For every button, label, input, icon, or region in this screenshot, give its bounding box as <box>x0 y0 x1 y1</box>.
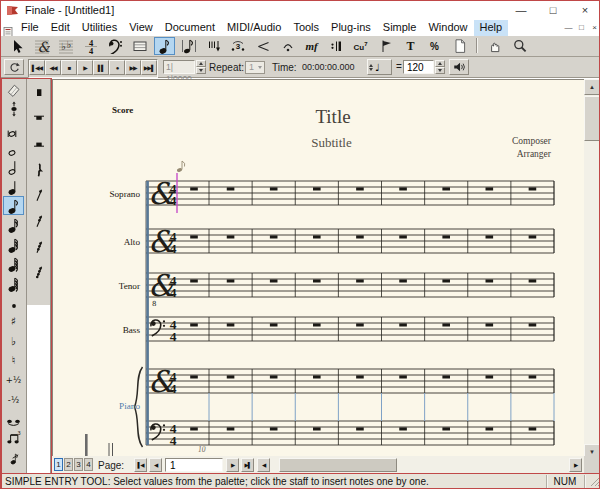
time-signature-tool[interactable]: 44 <box>80 37 101 55</box>
counter-spinner[interactable] <box>196 60 206 74</box>
resize-grip[interactable] <box>590 477 600 489</box>
page-number-input[interactable] <box>165 458 223 472</box>
menu-view[interactable]: View <box>123 20 159 36</box>
palette-sharp[interactable]: ♯ <box>3 312 24 331</box>
mdi-restore-icon[interactable]: □ <box>576 22 587 34</box>
palette-tie[interactable] <box>3 409 24 428</box>
hand-grabber-tool[interactable] <box>484 37 505 55</box>
go-to-end-button[interactable]: ▶▶▌ <box>141 60 157 75</box>
record-button[interactable]: ● <box>109 60 125 75</box>
palette-double-whole-note[interactable] <box>3 119 24 138</box>
palette-augmentation-dot[interactable] <box>3 293 24 312</box>
palette-eighth-rest[interactable] <box>28 185 49 204</box>
page-layout-tool[interactable] <box>449 37 470 55</box>
last-page-button[interactable]: ▶▌ <box>241 458 254 472</box>
next-page-button[interactable]: ▶ <box>226 458 239 472</box>
palette-double-whole-rest[interactable] <box>28 83 49 102</box>
smart-shape-tool[interactable] <box>252 37 273 55</box>
measure-tool[interactable] <box>129 37 150 55</box>
menu-simple[interactable]: Simple <box>377 20 423 36</box>
play-button[interactable]: ▶ <box>77 60 93 75</box>
palette-half-step-up[interactable]: +½ <box>3 370 24 389</box>
mdi-close-icon[interactable]: × <box>589 22 600 34</box>
repeat-tool[interactable] <box>326 37 347 55</box>
text-tool[interactable]: T <box>400 37 421 55</box>
page-box-1[interactable]: 1 <box>54 458 63 471</box>
previous-page-button[interactable]: ◀ <box>149 458 162 472</box>
palette-repitch-tool[interactable] <box>3 99 24 118</box>
scroll-up-icon[interactable]: ▲ <box>584 79 600 95</box>
menu-document[interactable]: Document <box>159 20 221 36</box>
minimize-icon[interactable]: — <box>507 1 535 20</box>
palette-sixty-fourth-note[interactable] <box>3 254 24 273</box>
tempo-input[interactable] <box>403 60 434 74</box>
speedy-entry-tool[interactable] <box>178 37 199 55</box>
tempo-spinner[interactable] <box>435 60 445 74</box>
selection-tool[interactable] <box>6 37 27 55</box>
first-page-button[interactable]: ▌◀ <box>134 458 147 472</box>
mirror-tool[interactable]: % <box>424 37 445 55</box>
palette-half-rest[interactable] <box>28 134 49 153</box>
palette-tuplet[interactable]: 3 <box>3 428 24 447</box>
menu-edit[interactable]: Edit <box>45 20 76 36</box>
menu-file[interactable]: File <box>15 20 45 36</box>
palette-quarter-rest[interactable] <box>28 160 49 179</box>
score-page[interactable]: &44Soprano&44Alto&844Tenor44Bass&4444Pia… <box>52 79 584 456</box>
tempo-note-spinner[interactable] <box>369 64 373 71</box>
palette-grace-note[interactable] <box>3 448 24 467</box>
page-box-2[interactable]: 2 <box>64 458 73 471</box>
close-icon[interactable]: × <box>571 1 599 20</box>
articulation-tool[interactable] <box>277 37 298 55</box>
tuplet-tool[interactable]: 3 <box>227 37 248 55</box>
menu-utilities[interactable]: Utilities <box>76 20 123 36</box>
palette-thirty-second-note[interactable] <box>3 235 24 254</box>
expression-tool[interactable]: mf <box>301 37 322 55</box>
simple-entry-tool[interactable] <box>154 37 175 55</box>
horizontal-scroll-thumb[interactable] <box>279 458 397 472</box>
vertical-scrollbar[interactable]: ▲ ▼ <box>584 79 600 460</box>
menu-help[interactable]: Help <box>474 20 509 36</box>
lyrics-tool[interactable] <box>375 37 396 55</box>
vertical-scroll-thumb[interactable] <box>584 96 600 141</box>
menu-tools[interactable]: Tools <box>287 20 325 36</box>
palette-quarter-note[interactable] <box>3 177 24 196</box>
mdi-minimize-icon[interactable]: — <box>563 22 574 34</box>
maximize-icon[interactable]: □ <box>539 1 567 20</box>
palette-sixteenth-note[interactable] <box>3 215 24 234</box>
scroll-left-icon[interactable]: ◀ <box>257 458 270 472</box>
palette-half-step-down[interactable]: -½ <box>3 390 24 409</box>
pause-button[interactable]: ▌▌ <box>93 60 109 75</box>
staff-tool[interactable]: & <box>31 37 52 55</box>
palette-whole-note[interactable] <box>3 138 24 157</box>
playback-counter[interactable]: 1| 1|0000 <box>163 60 195 74</box>
repeat-dropdown[interactable]: 1 <box>245 61 265 74</box>
palette-thirty-second-rest[interactable] <box>28 237 49 256</box>
palette-eighth-note[interactable] <box>3 196 24 215</box>
page-box-3[interactable]: 3 <box>74 458 83 471</box>
menu-window[interactable]: Window <box>422 20 473 36</box>
key-signature-tool[interactable]: ♭♭ <box>55 37 76 55</box>
palette-flat[interactable]: ♭ <box>3 332 24 351</box>
fast-forward-button[interactable]: ▶▶ <box>125 60 141 75</box>
stop-button[interactable]: ■ <box>61 60 77 75</box>
go-to-beginning-button[interactable]: ▌◀◀ <box>29 60 45 75</box>
palette-sixty-fourth-rest[interactable] <box>28 262 49 281</box>
loop-playback-icon[interactable] <box>4 59 24 75</box>
menu-plug-ins[interactable]: Plug-ins <box>325 20 377 36</box>
menu-midi-audio[interactable]: MIDI/Audio <box>221 20 287 36</box>
rewind-button[interactable]: ◀◀ <box>45 60 61 75</box>
tempo-note-button[interactable]: ♩ <box>367 59 392 75</box>
page-box-4[interactable]: 4 <box>84 458 93 471</box>
palette-half-note[interactable] <box>3 157 24 176</box>
speaker-icon[interactable] <box>449 59 469 75</box>
clef-tool[interactable] <box>104 37 125 55</box>
palette-whole-rest[interactable] <box>28 109 49 128</box>
palette-eraser-tool[interactable] <box>3 80 24 99</box>
scroll-right-icon[interactable]: ▶ <box>569 458 582 472</box>
hyperscribe-tool[interactable] <box>203 37 224 55</box>
palette-natural[interactable]: ♮ <box>3 351 24 370</box>
palette-sixteenth-rest[interactable] <box>28 211 49 230</box>
chord-tool[interactable]: Cu7 <box>350 37 371 55</box>
palette-hundred-twenty-eighth-note[interactable] <box>3 274 24 293</box>
zoom-tool[interactable] <box>509 37 530 55</box>
